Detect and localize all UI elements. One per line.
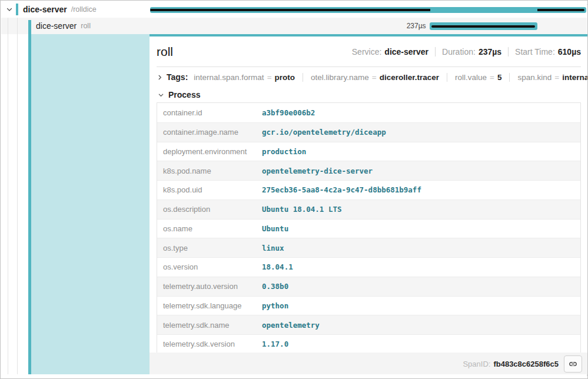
tag-value: internal <box>562 73 588 82</box>
selected-span-gutter-fill <box>31 34 150 375</box>
critical-path-segment <box>537 9 584 11</box>
table-row: telemetry.sdk.version1.17.0 <box>157 334 580 353</box>
table-row: container.ida3bf90e006b2 <box>157 103 580 122</box>
tag-value: diceroller.tracer <box>380 73 439 82</box>
table-row: os.descriptionUbuntu 18.04.1 LTS <box>157 200 580 219</box>
span-row-roll-name-cell[interactable]: dice-server roll <box>1 18 150 34</box>
tag-pair: internal.span.format = proto <box>192 73 303 82</box>
span-id-value: fb483c8c6258f6c5 <box>493 360 559 368</box>
link-icon <box>568 359 578 369</box>
kv-value: gcr.io/opentelemetry/diceapp <box>262 128 580 137</box>
service-name: dice-server <box>36 21 77 31</box>
summary-divider <box>508 47 509 56</box>
kv-key: deployment.environment <box>157 147 262 156</box>
tag-value: proto <box>275 73 295 82</box>
table-row: deployment.environmentproduction <box>157 142 580 161</box>
span-id-label: SpanID: <box>463 360 490 368</box>
process-kv-table: container.ida3bf90e006b2 container.image… <box>157 102 581 353</box>
tag-pair: roll.value = 5 <box>447 73 509 82</box>
span-color-block <box>16 4 18 15</box>
kv-value: python <box>262 301 580 310</box>
tag-pair: span.kind = internal <box>509 73 588 82</box>
operation-name: /rolldice <box>71 5 97 14</box>
table-row: container.image.namegcr.io/opentelemetry… <box>157 122 580 142</box>
tag-pair: otel.library.name = diceroller.tracer <box>303 73 447 82</box>
indent-guide <box>8 18 8 375</box>
span-title: roll <box>157 45 173 59</box>
table-row: os.typelinux <box>157 238 580 257</box>
copy-link-button[interactable] <box>564 355 582 373</box>
service-name: dice-server <box>23 5 67 14</box>
kv-key: k8s.pod.name <box>157 167 262 175</box>
tag-key: roll.value <box>455 73 487 82</box>
table-row: telemetry.sdk.languagepython <box>157 296 580 315</box>
bottom-spacer <box>1 374 587 378</box>
span-detail-panel: roll Service: dice-server Duration: 237µ… <box>150 34 588 375</box>
duration-value: 237µs <box>479 47 501 56</box>
kv-value: Ubuntu 18.04.1 LTS <box>262 205 580 214</box>
kv-value: 275ecb36-5aa8-4c2a-9c47-d8bb681b9aff <box>262 185 580 194</box>
process-accordion[interactable]: Process <box>157 87 581 102</box>
tag-equals: = <box>267 73 272 82</box>
service-label: Service: <box>352 47 382 56</box>
start-time-value: 610µs <box>558 47 581 56</box>
critical-path-segment <box>150 9 430 11</box>
table-row: os.nameUbuntu <box>157 219 580 238</box>
span-detail-footer: SpanID: fb483c8c6258f6c5 <box>150 353 588 375</box>
tag-key: span.kind <box>517 73 552 82</box>
process-label: Process <box>168 90 200 99</box>
indent-guide <box>17 18 18 375</box>
table-row: telemetry.sdk.nameopentelemetry <box>157 315 580 334</box>
kv-key: os.name <box>157 224 262 233</box>
span-detail-header: roll Service: dice-server Duration: 237µ… <box>157 36 581 67</box>
chevron-down-icon[interactable] <box>157 91 165 99</box>
kv-key: telemetry.sdk.language <box>157 301 262 310</box>
kv-key: telemetry.sdk.version <box>157 340 262 348</box>
table-row: k8s.pod.nameopentelemetry-dice-server <box>157 161 580 180</box>
kv-key: os.type <box>157 244 262 252</box>
tag-equals: = <box>554 73 559 82</box>
span-bar-roll[interactable] <box>430 22 538 30</box>
table-row: os.version18.04.1 <box>157 257 580 277</box>
span-row-roll[interactable]: dice-server roll 237µs <box>1 18 587 34</box>
kv-key: os.description <box>157 205 262 214</box>
span-row-rolldice-timeline <box>150 1 587 18</box>
kv-key: telemetry.sdk.name <box>157 321 262 330</box>
tag-key: internal.span.format <box>194 73 264 82</box>
start-time-label: Start Time: <box>515 47 555 56</box>
chevron-right-icon[interactable] <box>157 73 163 81</box>
kv-value: production <box>262 147 580 156</box>
kv-value: opentelemetry-dice-server <box>262 167 580 175</box>
kv-value: 18.04.1 <box>262 262 580 271</box>
summary-divider <box>435 47 436 56</box>
tags-label: Tags: <box>167 72 188 82</box>
table-row: k8s.pod.uid275ecb36-5aa8-4c2a-9c47-d8bb6… <box>157 180 580 200</box>
tag-value: 5 <box>497 73 502 82</box>
chevron-down-icon[interactable] <box>5 5 14 14</box>
span-row-rolldice[interactable]: dice-server /rolldice <box>1 1 587 18</box>
table-row: telemetry.auto.version0.38b0 <box>157 277 580 296</box>
tag-key: otel.library.name <box>311 73 369 82</box>
kv-value: Ubuntu <box>262 224 580 233</box>
span-row-rolldice-name-cell[interactable]: dice-server /rolldice <box>1 1 150 18</box>
kv-value: 1.17.0 <box>262 340 580 348</box>
tag-equals: = <box>372 73 377 82</box>
trace-view: dice-server /rolldice dice-server roll 2… <box>0 0 588 379</box>
tags-accordion[interactable]: Tags: internal.span.format = proto otel.… <box>157 67 581 87</box>
kv-key: os.version <box>157 262 262 271</box>
span-row-roll-timeline: 237µs <box>150 18 587 34</box>
tag-equals: = <box>490 73 494 82</box>
kv-value: linux <box>262 244 580 252</box>
duration-label: Duration: <box>442 47 476 56</box>
kv-key: k8s.pod.uid <box>157 185 262 194</box>
service-value: dice-server <box>384 47 428 56</box>
kv-value: a3bf90e006b2 <box>262 108 580 117</box>
kv-key: telemetry.auto.version <box>157 282 262 291</box>
span-summary: Service: dice-server Duration: 237µs Sta… <box>352 47 581 56</box>
span-bar-rolldice[interactable] <box>150 7 586 13</box>
span-duration-label: 237µs <box>150 18 426 34</box>
kv-value: 0.38b0 <box>262 282 580 291</box>
kv-key: container.id <box>157 108 262 117</box>
critical-path-segment <box>431 25 535 28</box>
kv-key: container.image.name <box>157 128 262 137</box>
